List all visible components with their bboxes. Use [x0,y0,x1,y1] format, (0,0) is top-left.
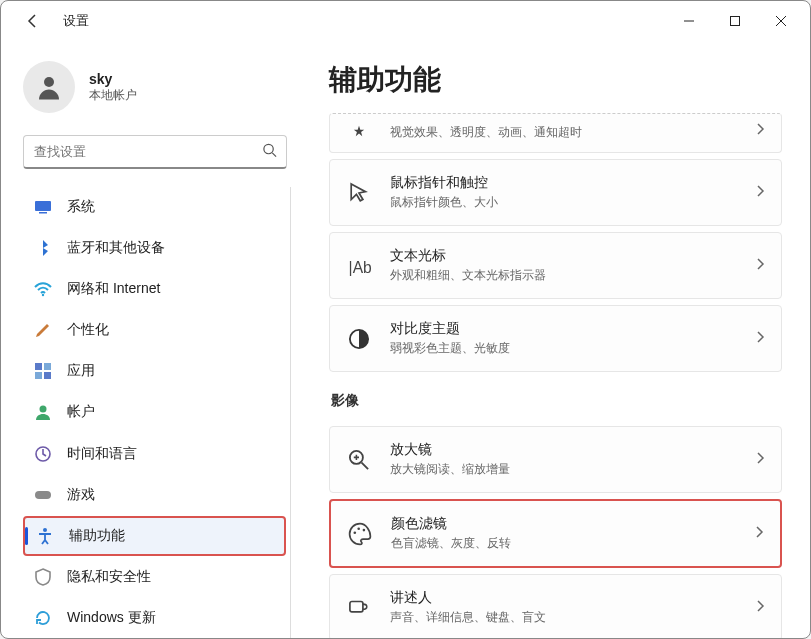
card-title: 讲述人 [390,589,755,607]
svg-rect-9 [44,372,51,379]
brush-icon [33,320,53,340]
maximize-icon [729,15,741,27]
sidebar-item-accounts[interactable]: 帐户 [23,393,286,432]
card-sub: 视觉效果、透明度、动画、通知超时 [390,124,755,141]
avatar [23,61,75,113]
sidebar-item-privacy[interactable]: 隐私和安全性 [23,558,286,597]
minimize-button[interactable] [666,5,712,37]
main-content: 辅助功能 视觉效果、透明度、动画、通知超时 鼠标指针和触控 鼠标指针颜色、大小 [301,41,810,638]
svg-rect-6 [35,363,42,370]
narrator-icon [346,595,372,621]
card-sub: 声音、详细信息、键盘、盲文 [390,609,755,626]
card-contrast-themes[interactable]: 对比度主题 弱视彩色主题、光敏度 [329,305,782,372]
chevron-right-icon [754,525,764,543]
svg-rect-3 [35,201,51,211]
sidebar-item-gaming[interactable]: 游戏 [23,475,286,514]
system-icon [33,197,53,217]
account-icon [33,402,53,422]
shield-icon [33,567,53,587]
svg-point-2 [264,144,273,153]
sidebar-item-label: Windows 更新 [67,609,156,627]
svg-point-17 [354,531,357,534]
svg-rect-4 [39,212,47,214]
card-text-cursor[interactable]: |Ab 文本光标 外观和粗细、文本光标指示器 [329,232,782,299]
page-title: 辅助功能 [329,61,782,99]
sidebar-item-label: 时间和语言 [67,445,137,463]
sidebar-item-accessibility[interactable]: 辅助功能 [23,516,286,555]
svg-rect-12 [35,491,51,499]
back-arrow-icon [25,13,41,29]
update-icon [33,608,53,628]
user-name: sky [89,71,137,87]
text-cursor-icon: |Ab [346,253,372,279]
nav: 系统 蓝牙和其他设备 网络和 Internet 个性化 应用 [23,187,291,638]
svg-rect-20 [350,601,363,611]
user-subtitle: 本地帐户 [89,87,137,104]
effects-icon [346,118,372,144]
section-video: 影像 [331,392,782,410]
card-sub: 弱视彩色主题、光敏度 [390,340,755,357]
sidebar-item-personalization[interactable]: 个性化 [23,311,286,350]
sidebar-item-label: 帐户 [67,403,95,421]
search-box [23,135,287,169]
sidebar-item-time-language[interactable]: 时间和语言 [23,434,286,473]
contrast-icon [346,326,372,352]
svg-text:|Ab: |Ab [349,258,372,275]
back-button[interactable] [21,9,45,33]
sidebar-item-label: 系统 [67,198,95,216]
card-visual-effects-partial[interactable]: 视觉效果、透明度、动画、通知超时 [329,113,782,153]
maximize-button[interactable] [712,5,758,37]
sidebar-item-system[interactable]: 系统 [23,187,286,226]
wifi-icon [33,279,53,299]
chevron-right-icon [755,122,765,140]
card-sub: 鼠标指针颜色、大小 [390,194,755,211]
chevron-right-icon [755,599,765,617]
window-title: 设置 [63,12,89,30]
apps-icon [33,361,53,381]
card-title: 放大镜 [390,441,755,459]
sidebar-item-label: 游戏 [67,486,95,504]
chevron-right-icon [755,451,765,469]
sidebar-item-label: 蓝牙和其他设备 [67,239,165,257]
sidebar-item-label: 辅助功能 [69,527,125,545]
user-block[interactable]: sky 本地帐户 [23,53,291,129]
card-color-filters[interactable]: 颜色滤镜 色盲滤镜、灰度、反转 [329,499,782,568]
svg-point-18 [357,527,360,530]
card-title: 鼠标指针和触控 [390,174,755,192]
sidebar-item-network[interactable]: 网络和 Internet [23,269,286,308]
svg-point-19 [363,528,366,531]
card-sub: 外观和粗细、文本光标指示器 [390,267,755,284]
bluetooth-icon [33,238,53,258]
svg-rect-7 [44,363,51,370]
palette-icon [347,521,373,547]
search-icon [262,143,277,162]
gaming-icon [33,485,53,505]
close-button[interactable] [758,5,804,37]
sidebar-item-apps[interactable]: 应用 [23,352,286,391]
card-mouse-pointer[interactable]: 鼠标指针和触控 鼠标指针颜色、大小 [329,159,782,226]
magnifier-icon [346,447,372,473]
sidebar-item-label: 网络和 Internet [67,280,160,298]
chevron-right-icon [755,330,765,348]
sidebar-item-label: 隐私和安全性 [67,568,151,586]
sidebar-item-label: 个性化 [67,321,109,339]
accessibility-icon [35,526,55,546]
card-magnifier[interactable]: 放大镜 放大镜阅读、缩放增量 [329,426,782,493]
card-sub: 色盲滤镜、灰度、反转 [391,535,754,552]
svg-point-1 [44,77,54,87]
svg-rect-0 [731,17,740,26]
mouse-pointer-icon [346,180,372,206]
search-input[interactable] [23,135,287,169]
sidebar-item-bluetooth[interactable]: 蓝牙和其他设备 [23,228,286,267]
card-title: 颜色滤镜 [391,515,754,533]
card-narrator[interactable]: 讲述人 声音、详细信息、键盘、盲文 [329,574,782,638]
sidebar: sky 本地帐户 系统 蓝牙和其他设备 [1,41,301,638]
minimize-icon [683,15,695,27]
svg-point-5 [42,294,44,296]
sidebar-item-windows-update[interactable]: Windows 更新 [23,599,286,638]
clock-globe-icon [33,444,53,464]
titlebar: 设置 [1,1,810,41]
user-icon [34,72,64,102]
svg-point-13 [43,528,47,532]
svg-rect-8 [35,372,42,379]
